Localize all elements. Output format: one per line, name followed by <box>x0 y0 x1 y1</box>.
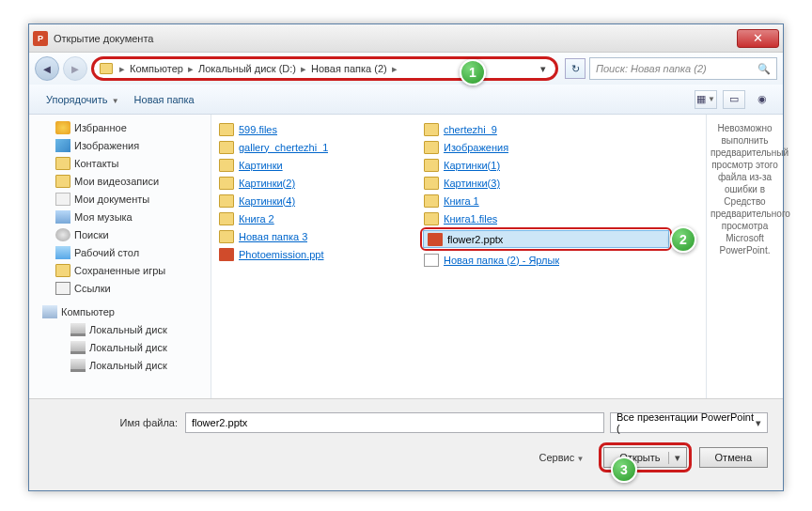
breadcrumb-computer[interactable]: Компьютер <box>128 63 185 74</box>
drive-icon <box>70 323 86 336</box>
folder-icon <box>424 177 439 190</box>
tree-videos[interactable]: Мои видеозаписи <box>29 172 211 190</box>
folder-icon <box>55 264 70 277</box>
cancel-button[interactable]: Отмена <box>699 447 768 468</box>
tree-contacts[interactable]: Контакты <box>29 154 211 172</box>
bottom-panel: Имя файла: flower2.pptx Все презентации … <box>29 398 783 490</box>
tree-favorites[interactable]: Избранное <box>29 118 211 136</box>
folder-icon <box>219 159 234 172</box>
help-button[interactable]: ◉ <box>751 90 773 109</box>
folder-icon <box>219 123 234 136</box>
file-item-selected[interactable]: flower2.pptx <box>423 230 669 248</box>
nav-bar: ◄ ► ▸ Компьютер ▸ Локальный диск (D:) ▸ … <box>29 53 783 85</box>
folder-icon <box>219 194 234 208</box>
file-item[interactable]: Картинки(1) <box>420 156 683 174</box>
folder-icon <box>424 141 439 154</box>
view-options-button[interactable]: ▦ ▼ <box>695 90 717 109</box>
window-title: Открытие документа <box>54 33 737 44</box>
folder-icon <box>219 141 234 154</box>
address-bar[interactable]: ▸ Компьютер ▸ Локальный диск (D:) ▸ Нова… <box>91 56 558 81</box>
chevron-down-icon: ▾ <box>756 417 761 429</box>
ppt-icon <box>219 248 234 261</box>
file-item[interactable]: Картинки <box>215 156 420 174</box>
pictures-icon <box>55 139 70 152</box>
refresh-button[interactable]: ↻ <box>565 58 586 79</box>
tools-dropdown[interactable]: Сервис ▼ <box>539 452 585 463</box>
file-item[interactable]: Новая папка 3 <box>215 227 420 245</box>
chevron-right-icon[interactable]: ▸ <box>389 63 400 75</box>
file-item[interactable]: Картинки(3) <box>420 174 683 192</box>
folder-icon <box>219 230 234 243</box>
search-placeholder: Поиск: Новая папка (2) <box>596 63 707 74</box>
toolbar: Упорядочить ▼ Новая папка ▦ ▼ ▭ ◉ <box>29 85 783 115</box>
chevron-down-icon[interactable]: ▾ <box>668 452 680 464</box>
close-button[interactable]: ✕ <box>737 29 779 48</box>
star-icon <box>55 121 70 134</box>
folder-icon <box>219 212 234 225</box>
tree-desktop[interactable]: Рабочий стол <box>29 243 211 261</box>
file-item[interactable]: Картинки(2) <box>215 174 420 192</box>
tree-saved[interactable]: Сохраненные игры <box>29 261 211 279</box>
folder-icon <box>55 175 70 188</box>
file-item[interactable]: chertezhi_9 <box>420 120 683 138</box>
preview-pane-button[interactable]: ▭ <box>723 90 745 109</box>
callout-1: 1 <box>460 59 486 85</box>
breadcrumb-drive[interactable]: Локальный диск (D:) <box>196 63 298 74</box>
tree-music[interactable]: Моя музыка <box>29 208 211 225</box>
chevron-right-icon[interactable]: ▸ <box>298 63 309 75</box>
documents-icon <box>55 193 70 206</box>
music-icon <box>55 210 70 224</box>
tree-pictures[interactable]: Изображения <box>29 136 211 154</box>
file-item[interactable]: gallery_chertezhi_1 <box>215 138 420 156</box>
organize-button[interactable]: Упорядочить ▼ <box>39 90 127 109</box>
callout-3: 3 <box>611 457 637 483</box>
file-item[interactable]: Новая папка (2) - Ярлык <box>420 251 683 269</box>
file-list-area: 599.files gallery_chertezhi_1 Картинки К… <box>211 115 783 427</box>
breadcrumb-folder[interactable]: Новая папка (2) <box>309 63 389 74</box>
drive-icon <box>70 359 86 372</box>
file-column: 599.files gallery_chertezhi_1 Картинки К… <box>215 120 420 427</box>
folder-icon <box>424 159 439 172</box>
file-item[interactable]: 599.files <box>215 120 420 138</box>
tree-drive[interactable]: Локальный диск <box>29 356 211 374</box>
drive-icon <box>70 341 86 354</box>
titlebar[interactable]: P Открытие документа ✕ <box>29 24 783 53</box>
file-item[interactable]: Photoemission.ppt <box>215 245 420 263</box>
tree-links[interactable]: Ссылки <box>29 279 211 297</box>
new-folder-button[interactable]: Новая папка <box>127 90 202 109</box>
tree-drive[interactable]: Локальный диск <box>29 338 211 356</box>
back-button[interactable]: ◄ <box>35 56 59 81</box>
tree-searches[interactable]: Поиски <box>29 225 211 243</box>
search-icon <box>55 228 70 241</box>
navigation-tree: Избранное Изображения Контакты Мои видео… <box>29 115 211 427</box>
file-item[interactable]: Картинки(4) <box>215 192 420 209</box>
file-item[interactable]: Изображения <box>420 138 683 156</box>
tree-drive[interactable]: Локальный диск <box>29 320 211 338</box>
chevron-down-icon: ▼ <box>109 97 118 105</box>
shortcut-icon <box>424 254 439 267</box>
content-area: Избранное Изображения Контакты Мои видео… <box>29 115 783 427</box>
folder-icon <box>424 123 439 136</box>
chevron-right-icon[interactable]: ▸ <box>185 63 196 75</box>
file-item[interactable]: Книга 1 <box>420 192 683 209</box>
search-icon: 🔍 <box>757 63 771 75</box>
address-dropdown-icon[interactable]: ▾ <box>537 63 550 75</box>
filetype-dropdown[interactable]: Все презентации PowerPoint (▾ <box>610 412 768 433</box>
search-input[interactable]: Поиск: Новая папка (2) 🔍 <box>589 57 777 80</box>
folder-icon <box>100 63 113 74</box>
folder-icon <box>424 194 439 208</box>
forward-button[interactable]: ► <box>63 56 87 81</box>
file-item[interactable]: Книга1.files <box>420 209 683 227</box>
tree-documents[interactable]: Мои документы <box>29 190 211 208</box>
callout-2: 2 <box>670 226 696 253</box>
file-item[interactable]: Книга 2 <box>215 209 420 227</box>
tree-computer[interactable]: Компьютер <box>29 302 211 320</box>
file-column: chertezhi_9 Изображения Картинки(1) Карт… <box>420 120 683 427</box>
computer-icon <box>42 305 57 318</box>
open-file-dialog: P Открытие документа ✕ ◄ ► ▸ Компьютер ▸… <box>28 23 784 491</box>
filename-input[interactable]: flower2.pptx <box>185 412 604 433</box>
chevron-right-icon[interactable]: ▸ <box>117 63 128 75</box>
desktop-icon <box>55 246 70 259</box>
folder-icon <box>219 177 234 190</box>
preview-pane: Невозможно выполнить предварительный про… <box>706 115 783 427</box>
